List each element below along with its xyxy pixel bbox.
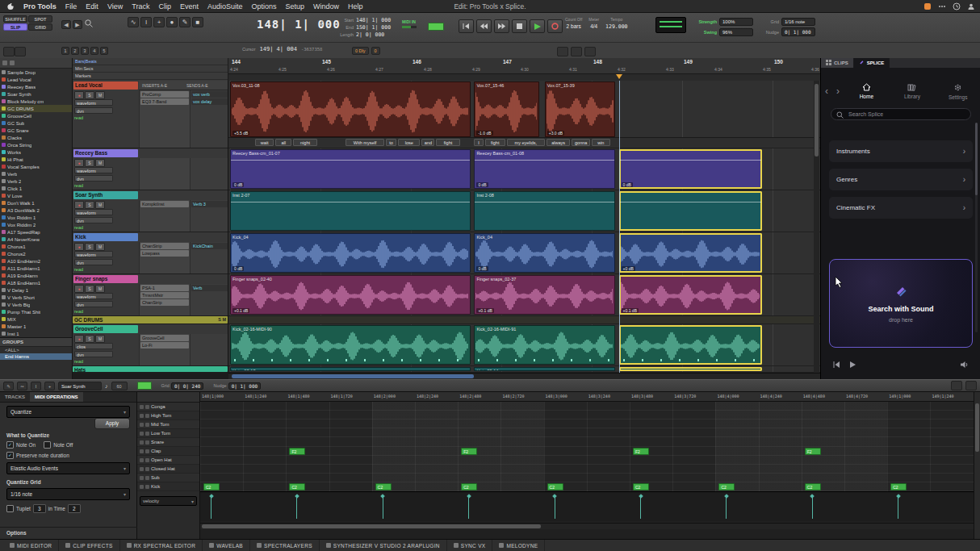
- options-section[interactable]: Options: [0, 527, 137, 536]
- window-tab-melodyne[interactable]: MELODYNE: [492, 540, 545, 551]
- track-view-selector[interactable]: waveform: [74, 251, 113, 257]
- automation-mode-read[interactable]: read: [74, 267, 113, 272]
- drum-lane-mid-tom[interactable]: Mid Tom: [137, 420, 199, 429]
- category-instruments[interactable]: Instruments›: [829, 140, 973, 162]
- menu-item-file[interactable]: File: [65, 2, 77, 10]
- track-name[interactable]: GrooveCell: [73, 325, 138, 333]
- tuplet-checkbox[interactable]: [6, 505, 14, 512]
- lane-solo-icon[interactable]: [140, 485, 144, 489]
- scroll-thumb[interactable]: [232, 374, 474, 378]
- selected-clip[interactable]: +0 dB: [619, 233, 762, 273]
- menu-item-event[interactable]: Event: [180, 2, 199, 10]
- drum-lane-conga[interactable]: Conga: [137, 403, 199, 411]
- menu-item-window[interactable]: Window: [313, 2, 339, 10]
- splice-scrollbar[interactable]: [975, 123, 978, 332]
- lane-solo-icon[interactable]: [140, 432, 144, 436]
- splice-nav-library[interactable]: Library: [894, 83, 930, 100]
- min-secs-ruler-label[interactable]: Min:Secs: [73, 65, 228, 73]
- clock-icon[interactable]: [953, 2, 961, 10]
- record-button[interactable]: ●: [74, 335, 84, 343]
- elastic-audio-selector[interactable]: dyn: [74, 301, 113, 307]
- pre-roll-icon[interactable]: [557, 47, 568, 56]
- midi-note[interactable]: C2: [805, 483, 821, 490]
- zoom-preset-3[interactable]: 3: [81, 47, 89, 55]
- track-name[interactable]: Soar Synth: [73, 191, 138, 199]
- drum-lane-high-tom[interactable]: High Tom: [137, 411, 199, 420]
- note-grid[interactable]: F2F2F2F2C2C2C2C2C2C2C2C2C2: [200, 402, 974, 491]
- previous-icon[interactable]: [832, 357, 840, 372]
- track-view-selector[interactable]: waveform: [74, 99, 113, 106]
- checkbox-note-on[interactable]: ✓Note On: [6, 441, 36, 449]
- velocity-stem[interactable]: [812, 497, 813, 519]
- elastic-audio-selector[interactable]: dyn: [74, 217, 113, 223]
- automation-mode-read[interactable]: read: [74, 115, 113, 120]
- lane-mute-icon[interactable]: [145, 405, 149, 409]
- audio-clip[interactable]: Inst 2-07: [230, 191, 471, 231]
- track-view-selector[interactable]: waveform: [74, 167, 113, 173]
- track-lane[interactable]: [228, 316, 820, 324]
- play-button[interactable]: [530, 19, 545, 33]
- mute-button[interactable]: M: [95, 243, 105, 251]
- tracklist-item[interactable]: A11 EndHarm1: [0, 265, 72, 272]
- ops-tab-tracks[interactable]: TRACKS: [0, 392, 30, 402]
- tracklist-item[interactable]: Sample Drop: [0, 69, 72, 76]
- checkbox-note-off[interactable]: Note Off: [44, 441, 73, 449]
- menu-item-track[interactable]: Track: [132, 2, 149, 10]
- tracklist-item[interactable]: Vocal Samples: [0, 163, 72, 170]
- selected-clip[interactable]: 0 dB: [619, 149, 762, 189]
- track-view-selector[interactable]: clips: [74, 343, 113, 349]
- scroll-thumb[interactable]: [815, 84, 819, 157]
- tool-button-1[interactable]: I: [140, 17, 152, 27]
- group-item[interactable]: <ALL>: [0, 347, 72, 353]
- track-name[interactable]: Hats: [73, 366, 228, 372]
- midi-ruler[interactable]: 148|1|000148|1|240148|1|480148|1|720148|…: [200, 392, 974, 402]
- tempo-value[interactable]: 129.000: [605, 23, 627, 30]
- velocity-lane-selector[interactable]: velocity▾: [140, 496, 197, 506]
- zoom-preset-5[interactable]: 5: [100, 47, 108, 55]
- splice-search-box[interactable]: [831, 108, 971, 120]
- edit-horizontal-scrollbar[interactable]: [228, 373, 820, 379]
- insert-slot[interactable]: EQ3 7-Band: [140, 98, 189, 105]
- midi-grid-value[interactable]: 0| 0| 240: [171, 382, 204, 390]
- midi-merge-indicator[interactable]: [428, 23, 444, 31]
- velocity-handle[interactable]: [295, 494, 299, 499]
- meter-value[interactable]: 4/4: [590, 23, 597, 29]
- lane-mute-icon[interactable]: [145, 414, 149, 418]
- panel-tab-splice[interactable]: SPLICE: [854, 58, 890, 68]
- midi-note[interactable]: C2: [633, 483, 649, 490]
- tool-button-3[interactable]: ●: [166, 17, 178, 27]
- send-slot[interactable]: vox delay: [191, 98, 228, 105]
- scroll-thumb[interactable]: [202, 524, 541, 528]
- lyric-word[interactable]: and: [421, 139, 434, 146]
- send-slot[interactable]: vox verb: [191, 91, 228, 98]
- zoom-out-button[interactable]: ◀: [61, 20, 71, 29]
- tracklist-item[interactable]: MIX: [0, 315, 72, 323]
- velocity-handle[interactable]: [896, 494, 901, 499]
- drum-lane-clap[interactable]: Clap: [137, 447, 199, 456]
- magnifier-icon[interactable]: [84, 17, 94, 31]
- velocity-stem[interactable]: [296, 497, 297, 519]
- audio-clip[interactable]: Kick_040 dB: [474, 233, 615, 273]
- audio-clip[interactable]: Hats 02-14: [474, 367, 615, 371]
- markers-ruler-label[interactable]: Markers: [73, 73, 228, 80]
- window-tab-rx-spectral-editor[interactable]: RX SPECTRAL EDITOR: [120, 540, 203, 551]
- audio-clip[interactable]: Kick_040 dB: [230, 233, 471, 273]
- velocity-handle[interactable]: [639, 494, 643, 499]
- track-lane[interactable]: Hats_02-18Hats 02-14: [228, 366, 820, 373]
- selector-tool-icon[interactable]: I: [31, 382, 41, 390]
- insert-slot[interactable]: ProComp: [140, 91, 189, 98]
- window-tab-synthesizer-v-studio-2-araplugin[interactable]: SYNTHESIZER V STUDIO 2 ARAPLUGIN: [320, 540, 447, 551]
- tracklist-item[interactable]: GC Sub: [0, 119, 72, 127]
- velocity-handle[interactable]: [810, 494, 815, 499]
- zoom-preset-1[interactable]: 1: [61, 47, 69, 55]
- markers-ruler[interactable]: [228, 73, 820, 81]
- lyric-word[interactable]: to: [386, 139, 397, 146]
- elastic-audio-selector[interactable]: Elastic Audio Events▾: [6, 462, 130, 474]
- midi-note-grid[interactable]: 148|1|000148|1|240148|1|480148|1|720148|…: [200, 392, 974, 539]
- lane-solo-icon[interactable]: [140, 467, 144, 471]
- midi-note[interactable]: F2: [289, 448, 305, 455]
- menu-item-setup[interactable]: Setup: [286, 2, 305, 10]
- drum-lane-closed-hat[interactable]: Closed Hat: [137, 465, 199, 474]
- search-input[interactable]: [847, 111, 965, 118]
- drum-lane-sub[interactable]: Sub: [137, 474, 199, 482]
